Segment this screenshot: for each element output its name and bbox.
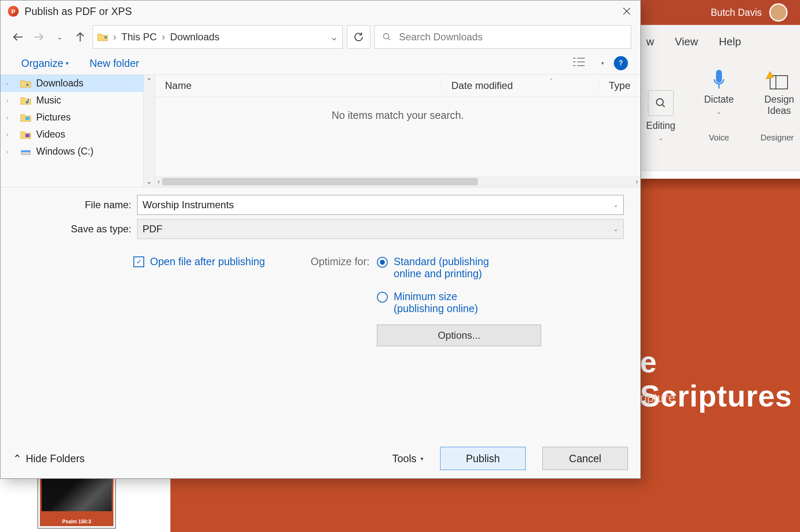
tree-label: Windows (C:) xyxy=(36,146,94,157)
savetype-value: PDF xyxy=(143,223,162,235)
chevron-down-icon: ▾ xyxy=(421,456,423,462)
column-type[interactable]: Type xyxy=(598,80,640,91)
chevron-right-icon: › xyxy=(6,131,8,138)
chevron-right-icon: › xyxy=(113,31,116,43)
user-name: Butch Davis xyxy=(711,7,762,18)
new-folder-button[interactable]: New folder xyxy=(89,57,139,69)
organize-menu[interactable]: Organize▾ xyxy=(21,57,69,69)
publish-dialog: P Publish as PDF or XPS ⌄ › This PC › Do… xyxy=(0,0,641,479)
tree-item-videos[interactable]: ›Videos xyxy=(0,126,143,143)
chevron-down-icon[interactable]: ⌄ xyxy=(613,226,618,232)
svg-rect-2 xyxy=(716,70,722,83)
view-mode-button[interactable] xyxy=(572,56,591,70)
scroll-down-icon[interactable]: ⌄ xyxy=(144,175,155,187)
svg-line-1 xyxy=(662,105,665,107)
chevron-down-icon: ⌄ xyxy=(716,108,721,115)
chevron-down-icon: ⌄ xyxy=(658,135,663,141)
ribbon-group-voice: Voice xyxy=(698,133,740,143)
scroll-up-icon[interactable]: ⌃ xyxy=(144,75,155,86)
user-avatar[interactable] xyxy=(769,3,788,22)
chevron-down-icon[interactable]: ▾ xyxy=(601,60,604,66)
scrollbar-thumb[interactable] xyxy=(162,178,478,185)
folder-icon xyxy=(20,96,31,105)
tools-menu[interactable]: Tools ▾ xyxy=(392,453,423,465)
breadcrumb-thispc[interactable]: This PC xyxy=(121,31,157,43)
open-after-label: Open file after publishing xyxy=(150,256,265,268)
scroll-left-icon[interactable]: ‹ xyxy=(158,178,160,185)
ribbon-tab-view[interactable]: View xyxy=(675,35,698,48)
column-date[interactable]: Date modified ⌄ xyxy=(441,80,598,91)
folder-icon xyxy=(97,32,108,42)
ribbon-tab-view-partial[interactable]: w xyxy=(646,35,654,48)
svg-rect-21 xyxy=(28,99,29,102)
search-input[interactable]: Search Downloads xyxy=(374,25,631,49)
tree-item-pictures[interactable]: ›Pictures xyxy=(0,109,143,126)
nav-up-button[interactable] xyxy=(72,29,89,45)
ribbon-dictate[interactable]: Dictate ⌄ Voice xyxy=(698,63,740,143)
cancel-button[interactable]: Cancel xyxy=(542,447,628,470)
hide-folders-button[interactable]: ⌃ Hide Folders xyxy=(13,453,85,465)
chevron-right-icon: › xyxy=(6,148,8,155)
open-after-checkbox[interactable]: ✓ Open file after publishing xyxy=(133,256,265,268)
savetype-select[interactable]: PDF ⌄ xyxy=(137,219,624,239)
tree-label: Music xyxy=(36,95,61,106)
powerpoint-icon: P xyxy=(8,6,19,17)
nav-back-button[interactable] xyxy=(10,29,26,45)
filename-input[interactable]: Worship Instruments ⌄ xyxy=(137,195,624,215)
design-icon xyxy=(756,63,798,90)
tree-label: Pictures xyxy=(36,112,71,123)
chevron-right-icon: › xyxy=(162,31,165,43)
breadcrumb-downloads[interactable]: Downloads xyxy=(170,31,219,43)
tree-item-cdrive[interactable]: ›Windows (C:) xyxy=(0,143,143,160)
chevron-down-icon[interactable]: ⌄ xyxy=(613,202,618,208)
scroll-right-icon[interactable]: › xyxy=(636,178,638,185)
folder-tree[interactable]: ›Downloads ›Music ›Pictures ›Videos ›Win… xyxy=(0,75,144,187)
tree-item-music[interactable]: ›Music xyxy=(0,92,143,109)
search-icon xyxy=(640,89,682,116)
thumbnail-caption: Psalm 150:3 xyxy=(38,519,115,525)
chevron-up-icon: ⌃ xyxy=(13,453,22,465)
folder-icon xyxy=(20,130,31,139)
list-hscroll[interactable]: ‹ › xyxy=(155,176,640,187)
nav-recent-button[interactable]: ⌄ xyxy=(51,29,68,45)
search-icon xyxy=(382,32,391,42)
checkbox-icon: ✓ xyxy=(133,256,144,267)
publish-button[interactable]: Publish xyxy=(440,447,526,470)
file-list: Name Date modified ⌄ Type No items match… xyxy=(155,75,640,187)
mic-icon xyxy=(698,63,740,90)
chevron-right-icon: › xyxy=(6,97,8,104)
tree-item-downloads[interactable]: ›Downloads xyxy=(0,75,143,92)
chevron-down-icon[interactable]: ⌄ xyxy=(330,31,338,43)
empty-message: No items match your search. xyxy=(155,97,640,176)
refresh-button[interactable] xyxy=(347,25,370,49)
radio-minimum-label: Minimum size (publishing online) xyxy=(394,291,502,315)
address-bar[interactable]: › This PC › Downloads ⌄ xyxy=(93,25,343,49)
tree-scrollbar[interactable]: ⌃ ⌄ xyxy=(144,75,155,187)
svg-rect-23 xyxy=(25,134,30,137)
radio-minimum[interactable]: Minimum size (publishing online) xyxy=(377,291,502,315)
svg-point-11 xyxy=(384,34,389,39)
radio-standard[interactable]: Standard (publishing online and printing… xyxy=(377,256,502,280)
slide-subtitle: ripture xyxy=(640,391,675,405)
radio-icon xyxy=(377,292,388,303)
ribbon-tab-help[interactable]: Help xyxy=(719,35,741,48)
optimize-label: Optimize for: xyxy=(311,256,370,346)
nav-forward-button xyxy=(30,29,47,45)
thumbnail-image xyxy=(42,474,112,511)
filename-value: Worship Instruments xyxy=(143,199,234,211)
svg-rect-25 xyxy=(21,150,30,152)
close-button[interactable] xyxy=(620,5,633,17)
options-button[interactable]: Options... xyxy=(377,325,541,346)
hide-folders-label: Hide Folders xyxy=(26,453,85,465)
dialog-title: Publish as PDF or XPS xyxy=(25,5,132,17)
radio-icon xyxy=(377,257,388,268)
savetype-label: Save as type: xyxy=(17,223,137,235)
filename-label: File name: xyxy=(17,199,137,211)
folder-icon xyxy=(20,79,31,88)
sort-icon: ⌄ xyxy=(549,75,553,81)
column-name[interactable]: Name xyxy=(155,80,441,91)
help-button[interactable]: ? xyxy=(614,56,628,70)
drive-icon xyxy=(20,147,31,156)
ribbon-editing[interactable]: Editing ⌄ xyxy=(640,89,682,143)
ribbon-design-ideas[interactable]: Design Ideas Designer xyxy=(756,63,798,143)
